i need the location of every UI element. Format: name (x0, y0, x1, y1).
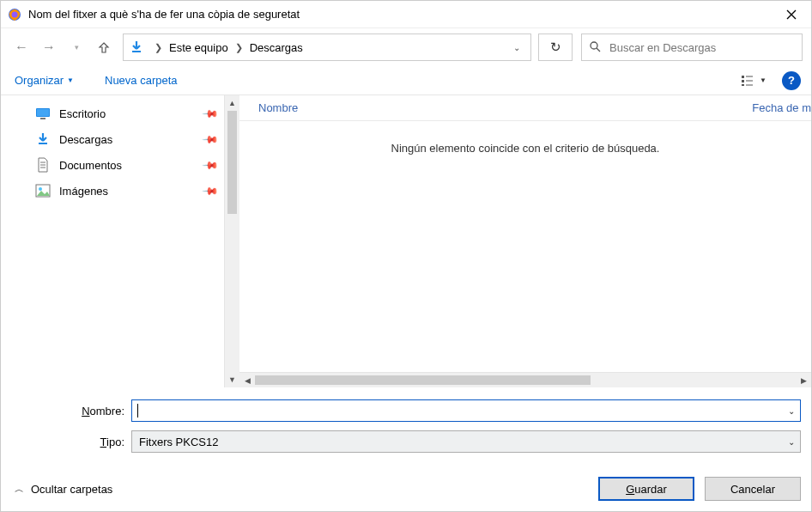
address-bar[interactable]: ❯ Este equipo ❯ Descargas ⌄ (123, 34, 531, 61)
scroll-thumb[interactable] (227, 111, 237, 214)
hide-folders-toggle[interactable]: ︿ Ocultar carpetas (15, 483, 112, 496)
sidebar-item-downloads[interactable]: Descargas 📌 (1, 126, 224, 152)
chevron-right-icon: ❯ (149, 42, 167, 53)
desktop-icon (35, 106, 51, 121)
pin-icon: 📌 (202, 105, 220, 123)
file-list-area: Nombre Fecha de m Ningún elemento coinci… (239, 95, 811, 387)
breadcrumb-current[interactable]: Descargas (248, 41, 305, 54)
pin-icon: 📌 (202, 182, 220, 200)
sidebar-item-label: Descargas (59, 133, 112, 146)
chevron-down-icon[interactable]: ⌄ (788, 437, 795, 447)
recent-dropdown[interactable]: ▾ (64, 35, 88, 59)
scroll-up-icon[interactable]: ▲ (225, 95, 239, 111)
svg-point-3 (591, 42, 597, 49)
chevron-down-icon[interactable]: ⌄ (788, 406, 795, 416)
toolbar: Organizar▼ Nueva carpeta ▼ ? (1, 66, 811, 95)
scroll-left-icon[interactable]: ◀ (239, 376, 255, 385)
sidebar-item-label: Imágenes (59, 185, 108, 198)
svg-rect-7 (742, 84, 744, 86)
document-icon (35, 157, 51, 173)
svg-rect-12 (37, 109, 49, 116)
navbar: ← → ▾ ❯ Este equipo ❯ Descargas ⌄ ↻ Busc… (1, 28, 811, 66)
picture-icon (35, 183, 51, 198)
organize-button[interactable]: Organizar▼ (11, 70, 77, 90)
svg-rect-2 (132, 51, 141, 52)
sidebar: Escritorio 📌 Descargas 📌 Documentos 📌 (1, 95, 239, 387)
sidebar-scrollbar[interactable]: ▲ ▼ (224, 95, 239, 387)
column-date[interactable]: Fecha de m (752, 101, 811, 114)
column-name[interactable]: Nombre (239, 101, 752, 114)
close-button[interactable] (772, 1, 811, 28)
footer: ︿ Ocultar carpetas Guardar Cancelar (1, 466, 811, 511)
sidebar-item-documents[interactable]: Documentos 📌 (1, 152, 224, 178)
search-placeholder: Buscar en Descargas (609, 41, 716, 54)
back-button[interactable]: ← (9, 35, 33, 59)
svg-rect-6 (742, 80, 744, 82)
forward-button[interactable]: → (37, 35, 61, 59)
address-dropdown[interactable]: ⌄ (508, 43, 525, 52)
column-headers: Nombre Fecha de m (239, 95, 811, 121)
save-dialog-window: Nom del fitxer a què s'ha de fer una còp… (0, 0, 812, 512)
cancel-button[interactable]: Cancelar (705, 477, 801, 501)
svg-line-4 (597, 48, 600, 52)
filetype-label: Tipo: (11, 436, 131, 448)
save-button[interactable]: Guardar (598, 477, 694, 501)
firefox-icon (8, 8, 21, 21)
svg-point-19 (39, 187, 42, 191)
svg-rect-13 (40, 118, 45, 119)
filetype-select[interactable]: Fitxers PKCS12 ⌄ (131, 430, 801, 453)
breadcrumb-root[interactable]: Este equipo (167, 41, 230, 54)
file-list-body: Ningún elemento coincide con el criterio… (239, 121, 811, 372)
download-arrow-icon (129, 40, 144, 55)
help-button[interactable]: ? (782, 71, 801, 90)
refresh-button[interactable]: ↻ (538, 34, 573, 61)
download-icon (35, 131, 51, 147)
sidebar-item-desktop[interactable]: Escritorio 📌 (1, 101, 224, 126)
sidebar-item-label: Escritorio (59, 107, 106, 120)
search-icon (589, 40, 601, 55)
svg-rect-14 (39, 143, 47, 144)
filename-label: Nombre: (11, 405, 131, 418)
empty-message: Ningún elemento coincide con el criterio… (239, 121, 811, 175)
pin-icon: 📌 (202, 156, 220, 174)
sidebar-item-label: Documentos (59, 159, 122, 172)
titlebar: Nom del fitxer a què s'ha de fer una còp… (1, 1, 811, 28)
chevron-right-icon: ❯ (230, 42, 248, 53)
filename-input[interactable]: ⌄ (131, 399, 801, 422)
form-area: Nombre: ⌄ Tipo: Fitxers PKCS12 ⌄ (1, 387, 811, 466)
up-button[interactable] (92, 35, 116, 59)
search-input[interactable]: Buscar en Descargas (581, 34, 803, 61)
window-title: Nom del fitxer a què s'ha de fer una còp… (28, 8, 772, 21)
view-options-button[interactable]: ▼ (736, 70, 772, 91)
pin-icon: 📌 (202, 131, 220, 149)
new-folder-button[interactable]: Nueva carpeta (101, 70, 181, 90)
horizontal-scrollbar[interactable]: ◀ ▶ (239, 372, 811, 387)
sidebar-item-pictures[interactable]: Imágenes 📌 (1, 178, 224, 204)
scroll-down-icon[interactable]: ▼ (225, 372, 239, 387)
scroll-right-icon[interactable]: ▶ (796, 376, 811, 385)
chevron-down-icon: ▼ (67, 76, 74, 84)
main-area: Escritorio 📌 Descargas 📌 Documentos 📌 (1, 95, 811, 387)
scroll-thumb[interactable] (255, 375, 591, 385)
chevron-up-icon: ︿ (15, 483, 24, 496)
svg-point-1 (12, 11, 18, 17)
svg-rect-5 (742, 76, 744, 78)
